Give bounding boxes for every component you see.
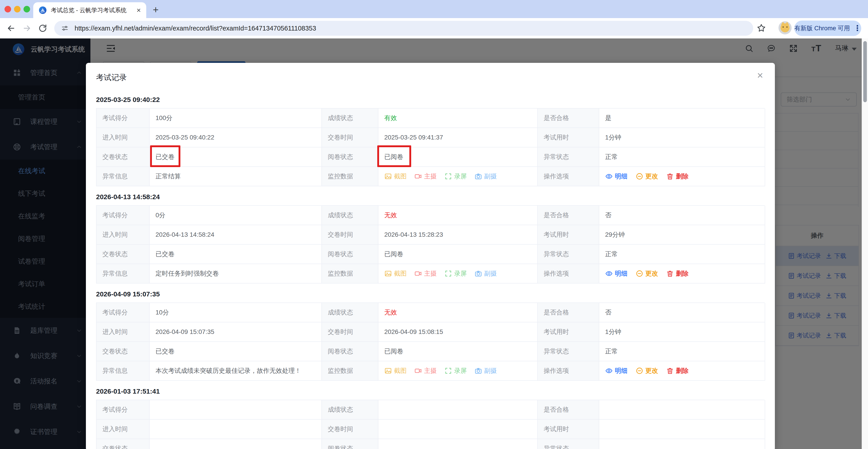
scrollbar[interactable]: [862, 38, 868, 449]
trash-icon: [666, 173, 674, 180]
chrome-update-label: 有新版 Chrome 可用: [794, 24, 850, 32]
browser-tab[interactable]: 考试总览 - 云帆学习考试系统 ×: [33, 2, 146, 18]
score-status-value: [378, 400, 538, 420]
field-label: 交卷时间: [322, 322, 378, 342]
main-camera-link[interactable]: 主摄: [414, 172, 437, 181]
video-icon: [414, 367, 422, 375]
zoom-window-button[interactable]: [24, 6, 30, 12]
chrome-update-button[interactable]: 有新版 Chrome 可用 ⋮: [794, 21, 861, 36]
bookmark-star-icon[interactable]: [756, 23, 766, 33]
abnormal-state-value: 正常: [599, 342, 765, 361]
sub-camera-link[interactable]: 副摄: [474, 366, 497, 375]
image-icon: [384, 367, 392, 375]
field-label: 考试用时: [538, 225, 599, 245]
exam-record-section: 2026-04-09 15:07:35考试得分10分成绩状态无效是否合格否进入时…: [96, 290, 765, 381]
minus-circle-icon: [636, 270, 643, 277]
close-window-button[interactable]: [4, 6, 11, 12]
submit-status-value: 已交卷: [150, 245, 322, 264]
scrollbar-thumb[interactable]: [863, 41, 867, 102]
record-table: 考试得分10分成绩状态无效是否合格否进入时间2026-04-09 15:07:3…: [96, 302, 765, 381]
enter-time-value: 2025-03-25 09:40:22: [150, 128, 322, 147]
field-label: 监控数据: [322, 264, 378, 283]
screen-record-link[interactable]: 录屏: [444, 269, 467, 278]
field-label: 异常状态: [538, 245, 599, 264]
submit-status-value: [150, 439, 322, 449]
record-timestamp: 2026-04-13 14:58:24: [96, 192, 765, 201]
trash-icon: [666, 367, 674, 375]
field-label: 交卷状态: [96, 245, 150, 264]
field-label: 进入时间: [96, 225, 150, 245]
detail-link[interactable]: 明细: [605, 269, 627, 278]
duration-value: 1分钟: [599, 322, 765, 342]
image-icon: [384, 270, 392, 277]
modify-link[interactable]: 更改: [636, 269, 658, 278]
new-tab-button[interactable]: +: [153, 4, 159, 16]
back-icon[interactable]: [6, 24, 16, 33]
field-label: 监控数据: [322, 167, 378, 186]
annotation-box: [377, 145, 411, 167]
score-status-value: 有效: [378, 109, 538, 128]
modify-link[interactable]: 更改: [636, 172, 658, 181]
field-label: 异常信息: [96, 361, 150, 381]
image-icon: [384, 173, 392, 180]
submit-time-value: 2026-04-09 15:08:15: [378, 322, 538, 342]
field-label: 阅卷状态: [322, 439, 378, 449]
field-label: 考试得分: [96, 109, 150, 128]
pass-value: 否: [599, 206, 765, 225]
minimize-window-button[interactable]: [14, 6, 21, 12]
score-status-value: 无效: [378, 303, 538, 322]
forward-icon[interactable]: [22, 24, 32, 33]
dialog-title: 考试记录: [96, 72, 127, 83]
delete-link[interactable]: 删除: [666, 269, 688, 278]
field-label: 成绩状态: [322, 400, 378, 420]
screen-record-link[interactable]: 录屏: [444, 366, 467, 375]
record-timestamp: 2025-03-25 09:40:22: [96, 95, 765, 104]
enter-time-value: [150, 420, 322, 439]
field-label: 考试用时: [538, 420, 599, 439]
field-label: 是否合格: [538, 206, 599, 225]
main-camera-link[interactable]: 主摄: [414, 269, 437, 278]
trash-icon: [666, 270, 674, 277]
field-label: 交卷状态: [96, 342, 150, 361]
field-label: 操作选项: [538, 167, 599, 186]
delete-link[interactable]: 删除: [666, 366, 688, 375]
sub-camera-link[interactable]: 副摄: [474, 172, 497, 181]
review-status-value: [378, 439, 538, 449]
close-icon[interactable]: ×: [757, 70, 763, 81]
screenshot-link[interactable]: 截图: [384, 269, 407, 278]
enter-time-value: 2026-04-09 15:07:35: [150, 322, 322, 342]
screenshot-link[interactable]: 截图: [384, 172, 407, 181]
camera-icon: [474, 270, 482, 277]
field-label: 成绩状态: [322, 109, 378, 128]
tab-close-icon[interactable]: ×: [136, 6, 141, 14]
pass-value: [599, 400, 765, 420]
field-label: 进入时间: [96, 420, 150, 439]
field-label: 异常状态: [538, 439, 599, 449]
modify-link[interactable]: 更改: [636, 366, 658, 375]
enter-time-value: 2026-04-13 14:58:24: [150, 225, 322, 245]
cat-avatar-icon: [780, 23, 789, 32]
abnormal-state-value: [599, 439, 765, 449]
site-settings-icon[interactable]: [61, 24, 69, 32]
profile-avatar[interactable]: [778, 21, 792, 34]
reload-icon[interactable]: [38, 24, 48, 33]
exam-records-dialog: 考试记录 × 2025-03-25 09:40:22考试得分100分成绩状态有效…: [86, 63, 775, 449]
ops-cell: 明细更改删除: [599, 361, 765, 381]
browser-menu-icon[interactable]: ⋮: [854, 25, 861, 31]
browser-toolbar: https://exam.yfhl.net/admin/exam/exam/re…: [0, 18, 868, 38]
field-label: 考试用时: [538, 322, 599, 342]
delete-link[interactable]: 删除: [666, 172, 688, 181]
sub-camera-link[interactable]: 副摄: [474, 269, 497, 278]
record-table: 考试得分成绩状态是否合格进入时间交卷时间考试用时交卷状态阅卷状态异常状态异常信息…: [96, 400, 765, 449]
detail-link[interactable]: 明细: [605, 172, 627, 181]
duration-value: [599, 420, 765, 439]
video-icon: [414, 173, 422, 180]
exam-record-section: 2026-04-13 14:58:24考试得分0分成绩状态无效是否合格否进入时间…: [96, 192, 765, 283]
address-bar[interactable]: https://exam.yfhl.net/admin/exam/exam/re…: [54, 21, 753, 36]
screenshot-link[interactable]: 截图: [384, 366, 407, 375]
field-label: 异常状态: [538, 342, 599, 361]
detail-link[interactable]: 明细: [605, 366, 627, 375]
main-camera-link[interactable]: 主摄: [414, 366, 437, 375]
exam-record-section: 2025-03-25 09:40:22考试得分100分成绩状态有效是否合格是进入…: [96, 95, 765, 186]
screen-record-link[interactable]: 录屏: [444, 172, 467, 181]
